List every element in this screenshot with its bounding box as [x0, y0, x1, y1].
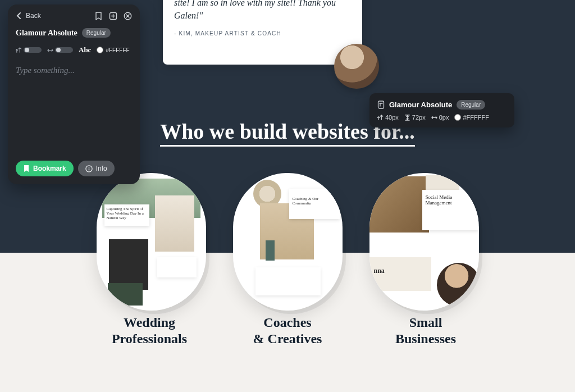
bookmark-button[interactable]: Bookmark	[16, 161, 74, 176]
info-button[interactable]: Info	[78, 161, 115, 176]
font-tooltip: Glamour Absolute Regular 40px 72px 0px #…	[369, 93, 514, 127]
line-height-icon	[404, 115, 410, 121]
letter-spacing-icon	[431, 115, 437, 121]
bookmark-fill-icon	[23, 165, 30, 172]
category-labels: Wedding Professionals Coaches & Creative…	[0, 314, 575, 347]
color-chip[interactable]: #FFFFFF	[97, 47, 129, 53]
tooltip-weight: Regular	[457, 100, 485, 110]
close-icon[interactable]	[123, 11, 132, 20]
svg-rect-5	[378, 101, 384, 108]
tooltip-color: #FFFFFF	[454, 114, 489, 121]
type-placeholder: Type something...	[16, 66, 75, 75]
category-coaches: Coaches & Creatives	[234, 314, 341, 347]
testimonial-quote: getting all the information they need fr…	[174, 0, 351, 22]
preview-small-business[interactable]: Social Media Management nna	[369, 173, 479, 311]
back-label: Back	[26, 12, 41, 20]
font-weight-tag[interactable]: Regular	[82, 28, 111, 38]
preview-coaches[interactable]: Coaching & Our Community	[233, 173, 343, 311]
letter-spacing-slider[interactable]	[47, 47, 73, 53]
chevron-left-icon	[16, 12, 22, 19]
color-hex: #FFFFFF	[106, 47, 129, 53]
letter-spacing-icon	[47, 47, 53, 53]
page-stage: getting all the information they need fr…	[0, 0, 575, 392]
font-size-icon	[377, 115, 384, 121]
font-file-icon	[377, 101, 385, 109]
tooltip-size: 40px	[377, 114, 399, 121]
preview-mock: Social Media Management nna	[369, 173, 479, 311]
font-inspector-panel: Back Glamour Absolute Regular	[8, 4, 140, 184]
font-name: Glamour Absolute	[16, 29, 77, 38]
tooltip-font-name: Glamour Absolute	[389, 101, 452, 109]
bookmark-icon[interactable]	[94, 11, 103, 20]
testimonial-card: getting all the information they need fr…	[163, 0, 362, 65]
sample-text: Abc	[79, 45, 91, 54]
category-wedding: Wedding Professionals	[96, 314, 203, 347]
testimonial-attribution: - KIM, MAKEUP ARTIST & COACH	[174, 30, 351, 37]
testimonial-avatar	[334, 44, 379, 89]
size-slider[interactable]	[16, 47, 42, 53]
svg-rect-4	[88, 168, 89, 170]
svg-point-3	[88, 166, 89, 167]
font-size-icon	[16, 47, 22, 53]
preview-wedding[interactable]: Capturing The Spirit of Your Wedding Day…	[97, 173, 206, 311]
color-swatch-icon	[97, 47, 103, 53]
preview-mock: Coaching & Our Community	[233, 173, 343, 311]
back-button[interactable]: Back	[16, 12, 41, 20]
collection-icon[interactable]	[108, 11, 117, 20]
preview-mock: Capturing The Spirit of Your Wedding Day…	[97, 173, 206, 311]
type-area[interactable]: Type something...	[8, 62, 140, 79]
info-icon	[85, 165, 93, 172]
category-small-business: Small Businesses	[372, 314, 479, 347]
color-swatch-icon	[454, 114, 461, 121]
preview-row: Capturing The Spirit of Your Wedding Day…	[0, 173, 575, 311]
tooltip-letter-spacing: 0px	[431, 114, 449, 121]
tooltip-line-height: 72px	[404, 114, 426, 121]
